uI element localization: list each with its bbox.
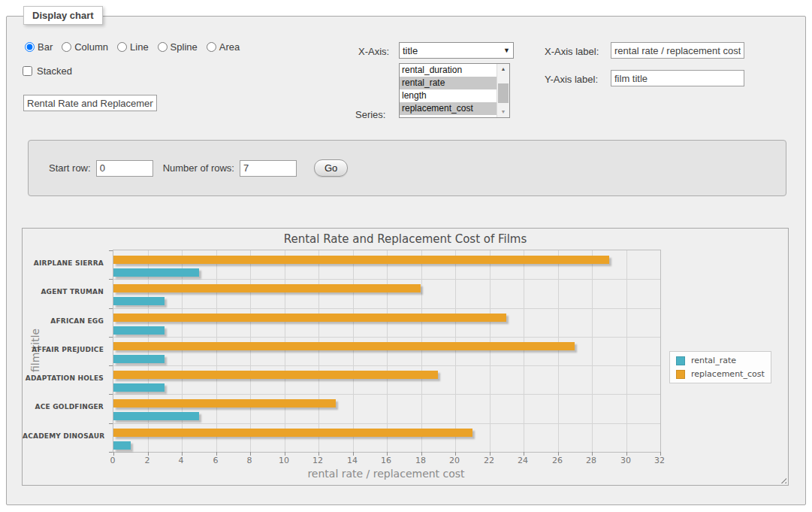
gridline-vertical [318,250,319,452]
legend-swatch-icon [676,356,685,365]
category-label: ACE GOLDFINGER [23,403,104,411]
gridline-vertical [558,250,559,452]
bar-rental_rate [113,441,131,450]
gridline-vertical [626,250,627,452]
chart-type-radio-spline[interactable] [158,42,168,52]
chevron-down-icon: ▼ [503,47,510,54]
chart-title-input[interactable] [23,95,157,111]
x-axis-select[interactable]: title ▼ [399,42,514,59]
chart-type-label-line: Line [130,41,149,53]
display-chart-fieldset: Display chart BarColumnLineSplineArea St… [6,16,806,505]
x-tick-label: 18 [406,456,436,465]
gridline-horizontal [113,423,660,424]
bar-rental_rate [113,268,199,277]
legend-label: rental_rate [691,356,736,365]
stacked-checkbox[interactable] [23,66,32,76]
series-select-label: Series: [355,109,385,120]
gridline-horizontal [113,308,660,309]
gridline-vertical [387,250,388,452]
series-multiselect[interactable]: rental_durationrental_ratelengthreplacem… [399,63,510,118]
series-option-length[interactable]: length [400,89,499,102]
gridline-vertical [285,250,285,452]
scroll-down-icon[interactable]: ▼ [497,107,509,117]
num-rows-label: Number of rows: [163,162,234,174]
gridline-vertical [353,250,354,452]
chart-type-radio-bar[interactable] [25,42,35,52]
chart-type-label-column: Column [74,41,108,53]
chart-type-label-bar: Bar [38,41,53,53]
plot-area [113,250,661,453]
chart-type-option-bar[interactable]: Bar [25,41,53,53]
legend-item-rental_rate: rental_rate [676,356,765,365]
gridline-vertical [148,250,149,452]
series-option-rental_duration[interactable]: rental_duration [400,64,499,77]
gridline-vertical [421,250,422,452]
gridline-vertical [524,250,524,452]
y-tick-mark [109,452,113,453]
x-tick-label: 24 [508,456,538,465]
chart-type-option-spline[interactable]: Spline [158,41,198,53]
series-option-rental_rate[interactable]: rental_rate [400,77,499,89]
chart-type-options: BarColumnLineSplineArea [25,41,240,53]
scroll-up-icon[interactable]: ▲ [497,64,509,74]
bar-replacement_cost [113,429,472,437]
series-scrollbar[interactable]: ▲ ▼ [497,64,509,117]
bar-replacement_cost [113,284,421,292]
x-axis-selected-value: title [403,45,418,56]
x-tick-label: 0 [98,456,128,465]
legend-label: replacement_cost [691,369,765,379]
bar-rental_rate [113,412,199,420]
chart-type-option-line[interactable]: Line [117,41,149,53]
scrollbar-thumb[interactable] [498,83,509,103]
series-option-replacement_cost[interactable]: replacement_cost [400,102,499,115]
bar-replacement_cost [113,399,336,407]
y-axis-label-label: Y-Axis label: [545,74,598,85]
x-tick-label: 10 [269,456,299,465]
page: { "fieldset_legend": "Display chart", "c… [0,0,812,512]
x-tick-label: 16 [371,456,401,465]
go-button[interactable]: Go [314,159,348,177]
chart-title: Rental Rate and Replacement Cost of Film… [23,232,788,246]
gridline-vertical [182,250,183,452]
x-tick-label: 6 [201,456,231,465]
chart-legend: rental_ratereplacement_cost [669,351,771,383]
chart-type-radio-line[interactable] [117,42,127,52]
fieldset-legend: Display chart [23,6,103,25]
y-tick-mark [109,365,113,366]
y-tick-mark [109,394,113,395]
start-row-input[interactable] [96,160,153,177]
chart-type-label-area: Area [219,41,240,53]
series-options: rental_durationrental_ratelengthreplacem… [400,64,509,115]
gridline-horizontal [113,394,660,395]
x-axis-label-input[interactable] [611,42,744,59]
row-range-box: Start row: Number of rows: Go [28,140,786,196]
bar-rental_rate [113,355,165,363]
x-axis-title: rental rate / replacement cost [113,468,660,480]
category-label: AFFAIR PREJUDICE [23,346,104,353]
x-tick-label: 14 [337,456,367,465]
chart-type-radio-area[interactable] [207,42,216,52]
stacked-row: Stacked [23,65,72,77]
gridline-horizontal [113,365,660,366]
resize-grip-icon[interactable] [778,475,786,483]
chart-type-radio-column[interactable] [62,42,71,52]
y-axis-label-input[interactable] [611,70,744,86]
y-tick-mark [109,250,113,251]
x-tick-label: 32 [644,456,675,465]
chart-type-option-area[interactable]: Area [207,41,240,53]
gridline-horizontal [113,337,660,338]
category-label: AGENT TRUMAN [23,288,104,295]
legend-item-replacement_cost: replacement_cost [676,369,765,379]
category-label: AFRICAN EGG [23,317,104,325]
stacked-label: Stacked [37,65,72,77]
num-rows-input[interactable] [240,160,297,177]
bar-rental_rate [113,383,165,392]
y-tick-mark [109,337,113,338]
y-tick-mark [109,423,113,424]
x-tick-label: 8 [234,456,264,465]
chart-type-label-spline: Spline [171,41,198,53]
gridline-vertical [455,250,456,452]
chart-type-option-column[interactable]: Column [62,41,108,53]
category-label: AIRPLANE SIERRA [23,259,104,267]
x-axis-select-label: X-Axis: [358,46,389,57]
